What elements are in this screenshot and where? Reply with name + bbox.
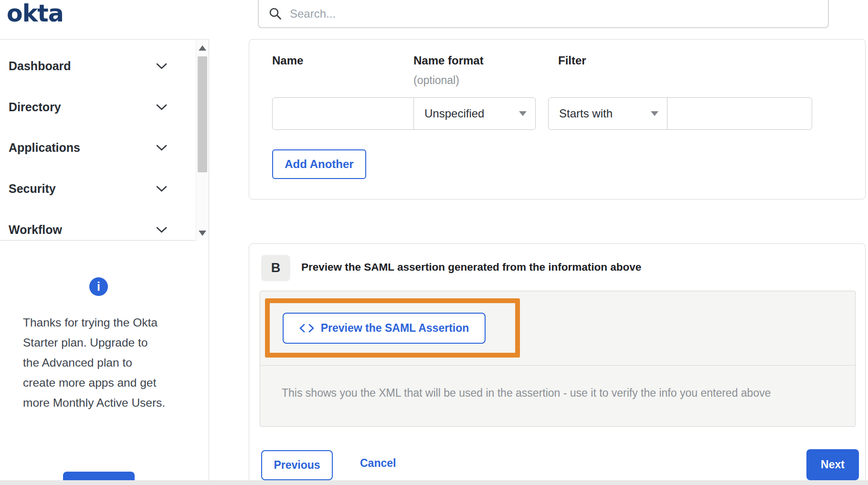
page-bottom-strip <box>0 480 868 485</box>
preview-description-row: This shows you the XML that will be used… <box>260 365 855 427</box>
add-another-button[interactable]: Add Another <box>272 149 366 179</box>
preview-panel: Preview the SAML Assertion This shows yo… <box>260 291 856 427</box>
search-input[interactable] <box>289 7 790 21</box>
caret-down-icon <box>651 111 658 116</box>
name-format-optional-label: (optional) <box>413 74 459 87</box>
sidebar-item-directory[interactable]: Directory <box>0 93 196 121</box>
name-column-header: Name <box>272 54 303 67</box>
chevron-down-icon <box>156 227 167 233</box>
info-icon: i <box>89 277 108 296</box>
scrollbar-thumb[interactable] <box>198 56 207 172</box>
plan-upgrade-notice: Thanks for trying the Okta Starter plan.… <box>23 313 180 413</box>
name-format-column-header: Name format <box>413 54 484 67</box>
sidebar-item-dashboard[interactable]: Dashboard <box>0 52 196 80</box>
attribute-name-input[interactable] <box>272 97 414 130</box>
chevron-down-icon <box>156 145 167 151</box>
scroll-up-icon[interactable] <box>196 42 209 54</box>
chevron-down-icon <box>156 104 167 110</box>
sidebar-item-applications[interactable]: Applications <box>0 133 196 162</box>
cancel-button[interactable]: Cancel <box>357 456 399 470</box>
filter-column-header: Filter <box>558 54 586 67</box>
sidebar-item-workflow[interactable]: Workflow <box>0 215 196 244</box>
preview-assertion-card: B Preview the SAML assertion generated f… <box>249 243 866 485</box>
sidebar-menu: Dashboard Directory Applications Securit… <box>0 40 209 241</box>
name-format-select[interactable]: Unspecified <box>413 97 536 130</box>
code-icon <box>299 324 314 333</box>
preview-section-title: Preview the SAML assertion generated fro… <box>301 261 641 274</box>
attribute-statements-card: Name Name format (optional) Filter Unspe… <box>249 39 866 200</box>
okta-logo: okta <box>7 0 64 27</box>
preview-description: This shows you the XML that will be used… <box>282 387 771 400</box>
caret-down-icon <box>519 111 527 116</box>
chevron-down-icon <box>156 186 167 192</box>
filter-operator-select[interactable]: Starts with <box>548 97 667 130</box>
next-button[interactable]: Next <box>806 449 859 480</box>
step-b-badge: B <box>261 255 290 281</box>
sidebar: Dashboard Directory Applications Securit… <box>0 39 209 485</box>
chevron-down-icon <box>156 63 167 69</box>
search-icon <box>269 7 282 20</box>
global-search[interactable] <box>258 0 829 28</box>
sidebar-scrollbar[interactable] <box>196 40 209 241</box>
previous-button[interactable]: Previous <box>261 450 333 480</box>
scroll-down-icon[interactable] <box>196 227 209 239</box>
preview-saml-assertion-button[interactable]: Preview the SAML Assertion <box>283 313 486 344</box>
filter-value-input[interactable] <box>667 97 812 130</box>
sidebar-item-security[interactable]: Security <box>0 174 196 203</box>
okta-admin-page: okta Dashboard Directory Applications Se… <box>0 0 868 485</box>
